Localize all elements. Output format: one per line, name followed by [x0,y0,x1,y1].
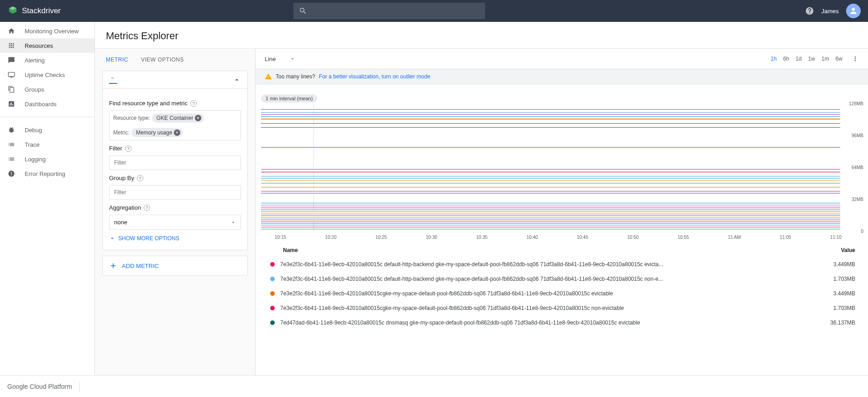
legend-row[interactable]: 7e3e2f3c-6b41-11e8-9ecb-42010a80015cgke-… [261,286,864,301]
error-icon [7,170,16,178]
sidebar-item-dashboards[interactable]: Dashboards [0,97,94,111]
x-tick: 10:25 [376,235,387,240]
metric-chip[interactable]: Memory usage✕ [131,128,183,137]
outlier-mode-link[interactable]: For a better visualization, turn on outl… [319,73,430,80]
help-icon[interactable] [805,6,814,15]
home-icon [7,27,16,35]
sidebar-item-error[interactable]: Error Reporting [0,166,94,181]
legend-name: 7ed47dad-6b41-11e8-9ecb-42010a80015c dns… [280,320,821,326]
x-tick: 11:10 [830,235,842,240]
time-range-1d[interactable]: 1d [795,56,801,62]
tab-metric[interactable]: METRIC [106,57,128,63]
search-icon [299,7,307,15]
sidebar-item-label: Groups [25,86,44,93]
sidebar-item-resources[interactable]: Resources [0,38,94,53]
tab-view-options[interactable]: VIEW OPTIONS [141,57,184,63]
avatar[interactable] [846,4,861,18]
chart-area[interactable]: 1 min interval (mean) 128MB96MB64MB32MB0… [256,84,868,375]
chevron-down-icon [230,220,236,225]
resource-type-label: Resource type: [113,115,150,121]
sidebar-item-uptime[interactable]: Uptime Checks [0,67,94,82]
sidebar-item-label: Monitoring Overview [25,28,79,35]
sidebar-item-trace[interactable]: Trace [0,137,94,152]
y-tick: 64MB [852,165,863,170]
header-right: James [805,4,861,18]
chart-type-select[interactable]: Line [265,56,295,62]
user-name[interactable]: James [821,8,839,15]
legend-row[interactable]: 7ed47dad-6b41-11e8-9ecb-42010a80015c dns… [261,315,864,330]
legend-value: 36.137MB [830,320,855,326]
search-input[interactable] [293,3,485,19]
x-tick: 10:50 [627,235,638,240]
y-tick: 32MB [852,197,863,202]
chat-icon [7,56,16,64]
chart-panel: Line 1h6h1d1w1m6w Too many lines? For a … [256,49,868,375]
legend: Name Value 7e3e2f3c-6b41-11e8-9ecb-42010… [261,243,864,330]
color-dot [270,306,275,310]
chevron-down-icon [109,235,115,242]
sidebar-item-debug[interactable]: Debug [0,123,94,137]
sidebar-item-label: Trace [25,141,40,148]
x-tick: 10:35 [476,235,487,240]
brand-text: Stackdriver [22,6,61,15]
time-range-1h[interactable]: 1h [771,56,777,62]
dashboard-icon [7,100,16,108]
legend-name: 7e3e2f3c-6b41-11e8-9ecb-42010a80015c def… [280,261,824,268]
color-dot [270,320,275,325]
sidebar-item-label: Alerting [25,57,45,64]
gcp-logo[interactable]: Google Cloud Platform [7,383,72,390]
time-range-6h[interactable]: 6h [783,56,789,62]
time-range-6w[interactable]: 6w [836,56,842,62]
more-vert-icon[interactable] [852,55,859,62]
sidebar-item-label: Dashboards [25,101,57,108]
warning-icon [265,73,272,80]
legend-row[interactable]: 7e3e2f3c-6b41-11e8-9ecb-42010a80015cgke-… [261,301,864,315]
x-tick: 10:55 [678,235,689,240]
legend-row[interactable]: 7e3e2f3c-6b41-11e8-9ecb-42010a80015c def… [261,272,864,286]
color-dot [270,291,275,296]
resource-type-chip[interactable]: GKE Container✕ [152,113,204,123]
sidebar-item-label: Error Reporting [25,170,65,177]
sidebar-item-groups[interactable]: Groups [0,82,94,97]
time-range-1w[interactable]: 1w [808,56,815,62]
sidebar-item-alerting[interactable]: Alerting [0,53,94,67]
legend-hdr-value: Value [841,247,855,253]
list-icon [7,155,16,163]
help-icon[interactable]: ? [144,205,150,211]
filter-input[interactable] [109,155,241,170]
chevron-up-icon[interactable] [233,76,241,84]
show-more-button[interactable]: SHOW MORE OPTIONS [109,235,241,242]
time-range-1m[interactable]: 1m [821,56,829,62]
sidebar-divider [0,117,94,117]
sidebar: Monitoring Overview Resources Alerting U… [0,22,95,375]
legend-row[interactable]: 7e3e2f3c-6b41-11e8-9ecb-42010a80015c def… [261,257,864,272]
config-panel: METRIC VIEW OPTIONS Find resource type a… [95,49,256,375]
sidebar-item-logging[interactable]: Logging [0,152,94,166]
trace-icon [7,140,16,149]
help-icon[interactable]: ? [137,175,143,181]
x-tick: 10:15 [275,235,286,240]
collapse-sidebar-icon[interactable] [79,381,88,392]
y-tick: 128MB [849,101,863,106]
aggregation-select[interactable]: none [109,215,241,230]
monitor-icon [7,71,16,79]
groupby-label: Group By? [109,175,241,181]
close-icon[interactable]: ✕ [174,129,180,136]
resource-metric-input[interactable]: Resource type: GKE Container✕ Metric: Me… [109,110,241,140]
sidebar-item-label: Debug [25,127,42,134]
groupby-input[interactable] [109,185,241,200]
metric-series-icon [109,76,117,84]
legend-value: 3.449MB [833,290,855,297]
sidebar-item-overview[interactable]: Monitoring Overview [0,24,94,38]
help-icon[interactable]: ? [125,145,131,152]
close-icon[interactable]: ✕ [195,115,201,121]
sidebar-item-label: Resources [25,42,53,49]
chevron-down-icon [290,56,295,62]
footer: Google Cloud Platform [0,375,868,397]
config-tabs: METRIC VIEW OPTIONS [95,49,255,71]
add-metric-button[interactable]: ADD METRIC [102,256,248,276]
x-tick: 10:30 [426,235,437,240]
help-icon[interactable]: ? [190,100,197,107]
y-tick: 96MB [852,133,863,138]
brand-logo[interactable]: Stackdriver [7,5,61,16]
